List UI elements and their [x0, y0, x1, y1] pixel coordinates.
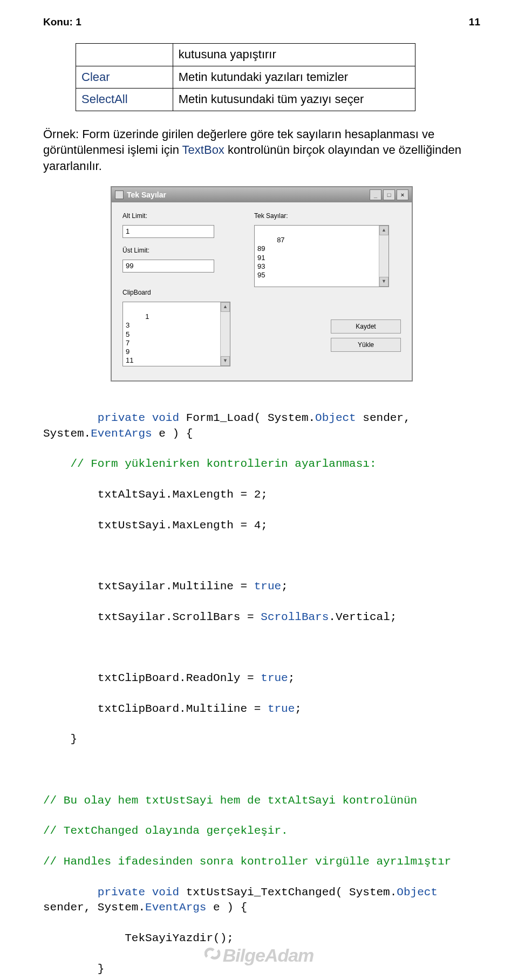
- scroll-up-icon[interactable]: ▲: [379, 226, 388, 235]
- table-row: Clear Metin kutundaki yazıları temizler: [76, 66, 415, 89]
- code-comment: // TextChanged olayında gerçekleşir.: [43, 824, 480, 839]
- methods-table: kutusuna yapıştırır Clear Metin kutundak…: [76, 43, 415, 111]
- form-window: Tek Sayılar _ □ × Alt Limit: Üst Limit: …: [111, 186, 413, 382]
- code-comment: // Bu olay hem txtUstSayi hem de txtAltS…: [43, 793, 480, 808]
- scrollbar[interactable]: ▲ ▼: [379, 226, 388, 287]
- code-text: ;: [288, 672, 295, 684]
- code-text: ;: [295, 703, 302, 715]
- code-block: private void Form1_Load( System.Object s…: [43, 396, 480, 980]
- footer-logo: BilgeAdam: [205, 945, 314, 966]
- code-text: e ) {: [152, 427, 193, 440]
- kw: ScrollBars: [261, 611, 329, 623]
- keyword-textbox: TextBox: [182, 143, 224, 156]
- code-line: TekSayiYazdir();: [43, 931, 480, 946]
- method-desc: Metin kutusundaki tüm yazıyı seçer: [173, 89, 415, 111]
- teksayilar-textbox[interactable]: 87 89 91 93 95 ▲ ▼: [254, 225, 389, 287]
- kw: private void: [98, 886, 179, 899]
- alt-limit-input[interactable]: [122, 225, 214, 238]
- code-line: }: [43, 732, 480, 747]
- scroll-down-icon[interactable]: ▼: [221, 356, 230, 366]
- code-text: txtClipBoard.Multiline =: [43, 703, 268, 715]
- example-paragraph: Örnek: Form üzerinde girilen değerlere g…: [43, 126, 480, 174]
- code-line: txtAltSayi.MaxLength = 2;: [43, 487, 480, 502]
- logo-icon: [205, 948, 221, 964]
- app-icon: [115, 190, 124, 199]
- minimize-button[interactable]: _: [370, 189, 381, 200]
- code-text: .Vertical;: [329, 611, 397, 623]
- method-desc: kutusuna yapıştırır: [173, 44, 415, 66]
- alt-limit-label: Alt Limit:: [122, 212, 241, 220]
- method-name: [76, 44, 173, 66]
- window-title: Tek Sayılar: [127, 190, 366, 199]
- code-text: txtSayilar.Multiline =: [43, 580, 254, 593]
- code-text: txtUstSayi_TextChanged( System.: [179, 886, 397, 899]
- kaydet-button[interactable]: Kaydet: [331, 319, 401, 334]
- method-name: SelectAll: [76, 89, 173, 111]
- kw: true: [261, 672, 288, 684]
- code-text: ;: [281, 580, 288, 593]
- ust-limit-input[interactable]: [122, 260, 214, 273]
- code-text: e ) {: [206, 901, 247, 914]
- table-row: SelectAll Metin kutusundaki tüm yazıyı s…: [76, 89, 415, 111]
- kw: private void: [98, 412, 179, 424]
- page-topic: Konu: 1: [43, 16, 81, 28]
- clipboard-content: 1 3 5 7 9 11: [126, 312, 149, 364]
- kw: Object: [397, 886, 438, 899]
- yukle-button[interactable]: Yükle: [331, 338, 401, 352]
- scroll-down-icon[interactable]: ▼: [379, 277, 388, 287]
- scrollbar[interactable]: ▲ ▼: [220, 302, 230, 366]
- method-name: Clear: [76, 66, 173, 89]
- clipboard-textbox[interactable]: 1 3 5 7 9 11 ▲ ▼: [122, 302, 230, 366]
- close-button[interactable]: ×: [397, 189, 408, 200]
- kw: true: [254, 580, 281, 593]
- teksayilar-label: Tek Sayılar:: [254, 212, 401, 220]
- page-number: 11: [469, 16, 480, 28]
- code-text: txtClipBoard.ReadOnly =: [43, 672, 261, 684]
- clipboard-label: ClipBoard: [122, 289, 241, 296]
- maximize-button[interactable]: □: [383, 189, 395, 200]
- method-desc: Metin kutundaki yazıları temizler: [173, 66, 415, 89]
- logo-text: BilgeAdam: [223, 945, 314, 966]
- kw: EventArgs: [91, 427, 152, 440]
- code-line: txtUstSayi.MaxLength = 4;: [43, 518, 480, 533]
- table-row: kutusuna yapıştırır: [76, 44, 415, 66]
- kw: true: [268, 703, 295, 715]
- code-text: txtSayilar.ScrollBars =: [43, 611, 261, 623]
- teksayilar-content: 87 89 91 93 95: [257, 236, 285, 279]
- code-comment: // Form yüklenirken kontrollerin ayarlan…: [43, 457, 480, 472]
- code-comment: // Handles ifadesinden sonra kontroller …: [43, 854, 480, 869]
- ust-limit-label: Üst Limit:: [122, 247, 241, 254]
- code-text: Form1_Load( System.: [179, 412, 315, 424]
- scroll-up-icon[interactable]: ▲: [221, 302, 230, 312]
- kw: Object: [315, 412, 356, 424]
- titlebar[interactable]: Tek Sayılar _ □ ×: [112, 187, 412, 202]
- kw: EventArgs: [145, 901, 206, 914]
